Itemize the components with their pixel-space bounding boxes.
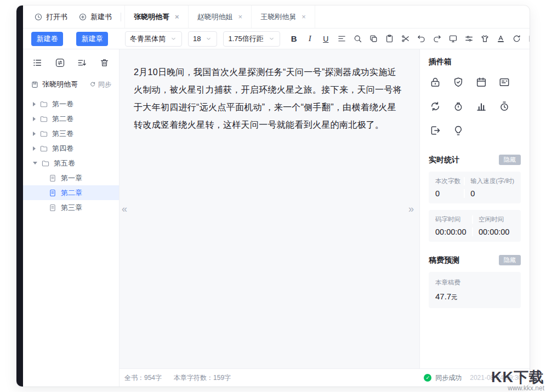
sync-button[interactable]: 同步: [89, 80, 111, 89]
line-spacing-select[interactable]: 1.75倍行距: [223, 31, 280, 47]
align-button[interactable]: [334, 31, 349, 46]
plugin-calendar-button[interactable]: [475, 76, 488, 89]
new-chapter-button[interactable]: 新建章: [76, 32, 108, 46]
caret-right-icon: [33, 117, 36, 121]
close-icon[interactable]: ×: [302, 13, 306, 20]
ink-bottle-icon: [452, 100, 464, 112]
doc-tab-3[interactable]: 王晓刚他舅 ×: [252, 5, 315, 28]
swap-button[interactable]: [55, 58, 65, 68]
sort-button[interactable]: [77, 58, 87, 68]
chapter-row-1[interactable]: 第一章: [23, 171, 119, 185]
doc-tab-1[interactable]: 张晓明他哥 ×: [124, 5, 189, 28]
adjust-button[interactable]: [462, 31, 476, 46]
toolbar-right-group: [445, 31, 530, 46]
right-panel: 插件箱: [419, 49, 530, 368]
toolbar: 新建卷 新建章 冬青黑体简 18 1.75倍行距 B I U: [23, 29, 530, 49]
collapse-right-button[interactable]: »: [408, 203, 414, 215]
folder-icon: [39, 100, 48, 109]
stopwatch-icon: [498, 100, 510, 112]
chapter-label: 第一章: [61, 173, 82, 183]
fee-box: 本章稿费 47.7元: [429, 272, 521, 308]
volume-row-2[interactable]: 第二卷: [23, 111, 119, 126]
fee-section-header: 稿费预测 隐藏: [429, 255, 521, 265]
center-column: 2月10日晚间，我国首次火星探测任务“天问一号”探测器成功实施近火制动，被火星引…: [120, 49, 530, 387]
editor-area[interactable]: 2月10日晚间，我国首次火星探测任务“天问一号”探测器成功实施近火制动，被火星引…: [120, 49, 419, 368]
list-icon: [32, 58, 43, 68]
close-icon[interactable]: ×: [238, 13, 243, 20]
sync-status-text: 同步成功: [435, 373, 462, 383]
redo-button[interactable]: [430, 31, 445, 46]
chapter-row-2-active[interactable]: 第二章: [23, 185, 119, 200]
copy-icon: [369, 34, 378, 43]
sync-status: ✓ 同步成功 2021-08-24 09:30: [424, 373, 522, 383]
underline-button[interactable]: U: [318, 31, 333, 46]
tshirt-icon: [480, 34, 490, 43]
folder-icon: [39, 129, 48, 138]
line-spacing-value: 1.75倍行距: [228, 34, 263, 44]
folder-icon: [39, 115, 48, 123]
font-color-button[interactable]: [493, 31, 508, 46]
plugin-chart-button[interactable]: [475, 100, 488, 113]
undo-button[interactable]: [414, 31, 429, 46]
plugin-ink-bottle-button[interactable]: [452, 100, 465, 113]
copy-button[interactable]: [366, 31, 381, 46]
volume-row-5[interactable]: 第五卷: [23, 156, 119, 171]
new-volume-button[interactable]: 新建卷: [31, 32, 63, 46]
volume-row-1[interactable]: 第一卷: [23, 96, 119, 111]
main-area: 张晓明他哥 同步 第一卷 第二卷: [23, 49, 530, 387]
volume-row-4[interactable]: 第四卷: [23, 141, 119, 156]
bold-button[interactable]: B: [287, 31, 302, 46]
stat-label: 空闲时间: [472, 215, 514, 224]
trash-button[interactable]: [99, 58, 110, 68]
volume-label: 第三卷: [52, 129, 73, 139]
chapter-tree: 第一卷 第二卷 第三卷 第四卷: [23, 96, 119, 215]
fee-hide-button[interactable]: 隐藏: [499, 255, 521, 265]
plugin-grid: [429, 76, 521, 137]
book-title: 张晓明他哥: [42, 79, 78, 89]
collapse-left-button[interactable]: «: [122, 203, 127, 215]
close-icon[interactable]: ×: [175, 13, 179, 20]
status-bar: 全书：954字 本章字符数：159字 ✓ 同步成功 2021-08-24 09:…: [120, 368, 530, 387]
doc-tab-2[interactable]: 赵晓明他姐 ×: [189, 5, 252, 28]
chevron-down-icon: [170, 35, 177, 42]
new-book-button[interactable]: 新建书: [73, 12, 117, 22]
font-family-select[interactable]: 冬青黑体简: [125, 31, 182, 47]
outline-list-button[interactable]: [32, 58, 43, 68]
stat-label: 本次字数: [435, 177, 464, 185]
chevron-down-icon: [268, 35, 275, 42]
fee-label: 本章稿费: [435, 279, 514, 287]
plugin-stopwatch-button[interactable]: [498, 100, 511, 113]
cut-button[interactable]: [398, 31, 413, 46]
chapter-row-3[interactable]: 第三章: [23, 200, 119, 215]
chevron-down-icon: [205, 35, 212, 42]
save-button[interactable]: [525, 31, 530, 46]
stat-value: 0: [464, 189, 514, 198]
font-size-select[interactable]: 18: [188, 31, 217, 47]
sidebar-toolbar: [23, 58, 119, 68]
tab-bar: 打开书 新建书 张晓明他哥 × 赵晓明他姐 × 王晓刚他舅 ×: [23, 5, 530, 29]
stats-hide-button[interactable]: 隐藏: [499, 155, 521, 165]
caret-right-icon: [33, 132, 36, 136]
theme-button[interactable]: [477, 31, 492, 46]
open-book-button[interactable]: 打开书: [29, 12, 73, 22]
plugin-export-button[interactable]: [429, 124, 442, 137]
calendar-icon: [475, 76, 487, 88]
plugin-lock-button[interactable]: [429, 76, 442, 89]
plugin-bulb-button[interactable]: [452, 124, 465, 137]
paste-button[interactable]: [382, 31, 397, 46]
new-book-label: 新建书: [90, 12, 112, 22]
restore-button[interactable]: [509, 31, 524, 46]
volume-row-3[interactable]: 第三卷: [23, 126, 119, 141]
document-icon: [48, 203, 57, 212]
chapter-label: 第三章: [61, 203, 82, 213]
check-circle-icon: ✓: [424, 374, 431, 382]
book-row: 张晓明他哥 同步: [23, 79, 119, 89]
content-row: 2月10日晚间，我国首次火星探测任务“天问一号”探测器成功实施近火制动，被火星引…: [120, 49, 530, 368]
italic-button[interactable]: I: [303, 31, 317, 46]
search-icon: [353, 34, 362, 43]
plugin-shield-button[interactable]: [452, 76, 465, 89]
search-button[interactable]: [350, 31, 365, 46]
plugin-idcard-button[interactable]: [498, 76, 511, 89]
plugin-refresh-button[interactable]: [429, 100, 442, 113]
reading-mode-button[interactable]: [446, 31, 460, 46]
